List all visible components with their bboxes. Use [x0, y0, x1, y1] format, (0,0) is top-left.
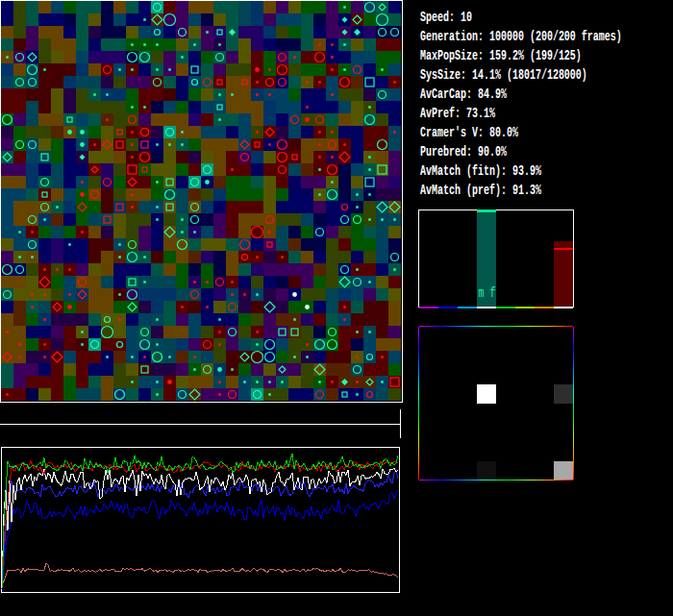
svg-text:Speed: 10: Speed: 10: [420, 9, 472, 26]
svg-text:AvCarCap: 84.9%: AvCarCap: 84.9%: [420, 86, 507, 103]
svg-text:Cramer's V: 80.0%: Cramer's V: 80.0%: [420, 124, 518, 141]
svg-text:Purebred: 90.0%: Purebred: 90.0%: [420, 143, 507, 160]
svg-text:AvMatch (fitn): 93.9%: AvMatch (fitn): 93.9%: [420, 162, 541, 180]
svg-text:MaxPopSize: 159.2% (199/125): MaxPopSize: 159.2% (199/125): [420, 47, 582, 64]
svg-text:Generation: 100000 (200/200 fr: Generation: 100000 (200/200 frames): [420, 28, 622, 45]
svg-text:m f: m f: [479, 284, 496, 302]
svg-text:SysSize: 14.1% (18017/128000): SysSize: 14.1% (18017/128000): [420, 66, 587, 84]
svg-text:AvMatch (pref): 91.3%: AvMatch (pref): 91.3%: [420, 182, 541, 199]
svg-text:AvPref: 73.1%: AvPref: 73.1%: [420, 105, 495, 122]
